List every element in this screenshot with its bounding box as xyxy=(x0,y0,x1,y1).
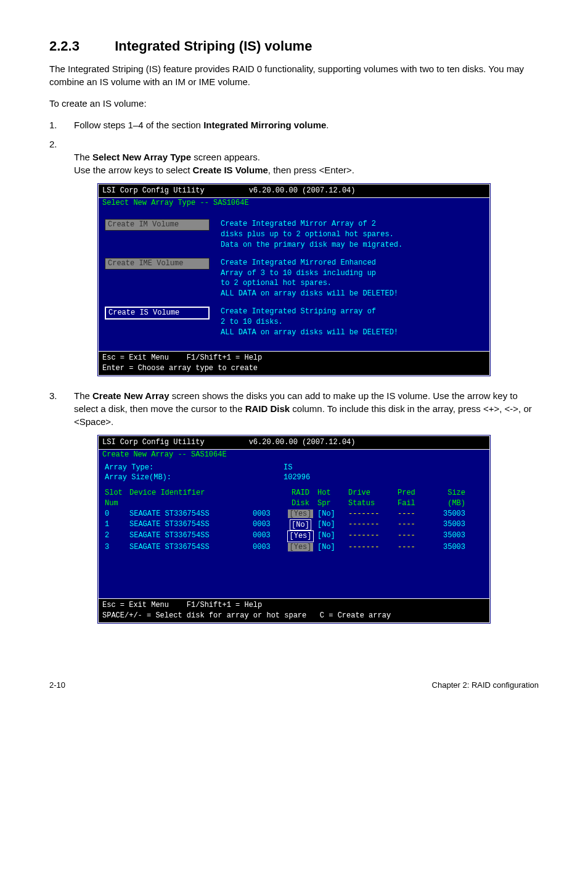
table-header-row2: Num Disk Spr Status Fail (MB) xyxy=(105,498,483,509)
option-create-ime[interactable]: Create IME Volume Create Integrated Mirr… xyxy=(105,258,483,299)
step-number: 2. xyxy=(49,138,74,176)
bios-header: LSI Corp Config Utility v6.20.00.00 (200… xyxy=(99,184,489,198)
section-number: 2.2.3 xyxy=(49,37,111,56)
option-create-is[interactable]: Create IS Volume Create Integrated Strip… xyxy=(105,307,483,337)
bios-header: LSI Corp Config Utility v6.20.00.00 (200… xyxy=(99,436,489,450)
step-2: 2. The Select New Array Type screen appe… xyxy=(49,138,539,176)
option-label[interactable]: Create IME Volume xyxy=(105,258,210,270)
table-header-row1: Slot Device Identifier RAID Hot Drive Pr… xyxy=(105,488,483,498)
steps-list: 1. Follow steps 1–4 of the section Integ… xyxy=(49,118,539,176)
step-number: 1. xyxy=(49,118,74,131)
bios-version: v6.20.00.00 (2007.12.04) xyxy=(249,186,356,195)
option-desc: Create Integrated Mirrored Enhanced Arra… xyxy=(221,258,483,299)
bios-title: LSI Corp Config Utility xyxy=(102,438,205,447)
disk-table: Slot Device Identifier RAID Hot Drive Pr… xyxy=(99,485,489,598)
array-size-value: 102996 xyxy=(284,472,310,483)
bios-footer: Esc = Exit Menu F1/Shift+1 = Help SPACE/… xyxy=(99,598,489,622)
step-text: The Create New Array screen shows the di… xyxy=(74,389,539,428)
bios-subheader: Create New Array -- SAS1064E xyxy=(99,450,489,460)
raid-disk-cell[interactable]: [Yes] xyxy=(288,510,312,518)
step-number: 3. xyxy=(49,389,74,428)
step-text: Follow steps 1–4 of the section Integrat… xyxy=(74,118,539,131)
table-row[interactable]: 0 SEAGATE ST336754SS 0003 [Yes] [No] ---… xyxy=(105,509,483,519)
chapter-label: Chapter 2: RAID configuration xyxy=(432,680,539,691)
raid-disk-cell[interactable]: [No] xyxy=(290,519,311,531)
bios-version: v6.20.00.00 (2007.12.04) xyxy=(249,438,356,447)
table-row[interactable]: 3 SEAGATE ST336754SS 0003 [Yes] [No] ---… xyxy=(105,542,483,553)
lead-line: To create an IS volume: xyxy=(49,97,539,110)
option-create-im[interactable]: Create IM Volume Create Integrated Mirro… xyxy=(105,219,483,250)
option-label-selected[interactable]: Create IS Volume xyxy=(105,307,210,320)
steps-list-cont: 3. The Create New Array screen shows the… xyxy=(49,389,539,428)
table-row[interactable]: 1 SEAGATE ST336754SS 0003 [No] [No] ----… xyxy=(105,519,483,531)
raid-disk-cell[interactable]: [Yes] xyxy=(287,530,313,542)
step-3: 3. The Create New Array screen shows the… xyxy=(49,389,539,428)
option-label[interactable]: Create IM Volume xyxy=(105,219,210,231)
step-text: The Select New Array Type screen appears… xyxy=(74,138,539,176)
array-type-value: IS xyxy=(284,463,292,473)
step-1: 1. Follow steps 1–4 of the section Integ… xyxy=(49,118,539,131)
table-row[interactable]: 2 SEAGATE ST336754SS 0003 [Yes] [No] ---… xyxy=(105,530,483,542)
option-desc: Create Integrated Striping array of 2 to… xyxy=(221,307,483,337)
page-footer: 2-10 Chapter 2: RAID configuration xyxy=(49,680,539,691)
section-heading: 2.2.3 Integrated Striping (IS) volume xyxy=(49,37,539,56)
section-title: Integrated Striping (IS) volume xyxy=(115,38,312,54)
raid-disk-cell[interactable]: [Yes] xyxy=(288,543,312,551)
page-number: 2-10 xyxy=(49,680,65,691)
bios-footer: Esc = Exit Menu F1/Shift+1 = Help Enter … xyxy=(99,351,489,375)
bios-title: LSI Corp Config Utility xyxy=(102,186,205,195)
option-desc: Create Integrated Mirror Array of 2 disk… xyxy=(221,219,483,250)
bios-subheader: Select New Array Type -- SAS1064E xyxy=(99,198,489,208)
intro-paragraph: The Integrated Striping (IS) feature pro… xyxy=(49,62,539,88)
array-info: Array Type: IS Array Size(MB): 102996 xyxy=(99,460,489,486)
array-size-label: Array Size(MB): xyxy=(105,472,284,483)
bios-create-new-array: LSI Corp Config Utility v6.20.00.00 (200… xyxy=(97,434,491,624)
bios-select-array-type: LSI Corp Config Utility v6.20.00.00 (200… xyxy=(97,183,491,377)
array-type-label: Array Type: xyxy=(105,463,284,473)
